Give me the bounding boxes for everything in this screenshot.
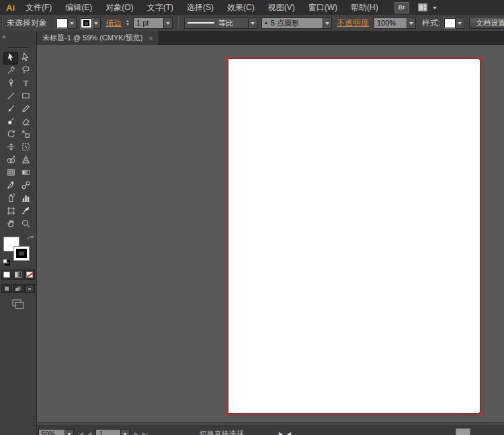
menu-item[interactable]: 窗口(W) — [302, 0, 344, 15]
color-type-buttons — [0, 270, 36, 280]
chevron-down-icon — [431, 3, 438, 13]
shape-builder-tool-button[interactable] — [3, 154, 18, 167]
menu-item[interactable]: 编辑(E) — [58, 0, 99, 15]
type-tool-button[interactable]: T — [18, 77, 33, 90]
panel-grip[interactable] — [1, 17, 3, 28]
stroke-color-dropdown[interactable] — [92, 17, 101, 29]
profile-dropdown[interactable] — [249, 17, 257, 29]
blend-tool-button[interactable] — [18, 180, 33, 192]
swap-fill-stroke-icon[interactable] — [27, 235, 34, 241]
toolbar-collapse-button[interactable]: « — [0, 31, 37, 45]
menu-item[interactable]: 对象(O) — [99, 0, 140, 15]
style-swatch[interactable] — [444, 18, 456, 28]
artboard-tool-button[interactable] — [3, 205, 18, 218]
menu-item[interactable]: 帮助(H) — [344, 0, 385, 15]
stroke-color-swatch[interactable] — [81, 18, 92, 28]
style-dropdown[interactable] — [456, 17, 464, 29]
zoom-level-input[interactable]: 59% — [38, 429, 65, 435]
stroke-width-input[interactable]: 1 pt — [133, 17, 164, 29]
draw-inside-icon — [26, 286, 33, 292]
bridge-icon[interactable]: Br — [394, 2, 409, 13]
none-button[interactable] — [24, 270, 35, 280]
document-tab[interactable]: 未标题-1 @ 59% (CMYK/预览) × — [37, 31, 159, 45]
scrollbar-thumb[interactable] — [456, 428, 470, 435]
line-segment-tool-button[interactable] — [3, 90, 18, 103]
stroke-width-dropdown[interactable] — [164, 17, 173, 29]
fill-color-dropdown[interactable] — [68, 17, 77, 29]
brush-dropdown[interactable] — [323, 17, 332, 29]
hand-tool-button[interactable] — [3, 218, 18, 231]
slice-tool-button[interactable] — [18, 205, 33, 218]
stroke-panel-link[interactable]: 描边 — [106, 17, 122, 29]
draw-behind-button[interactable] — [13, 284, 24, 293]
panel-drag-grip[interactable] — [9, 47, 28, 49]
menu-item[interactable]: 效果(C) — [220, 0, 261, 15]
menu-item[interactable]: 文字(T) — [140, 0, 180, 15]
menu-item[interactable]: 选择(S) — [180, 0, 220, 15]
perspective-grid-tool-icon — [21, 155, 31, 167]
rectangle-tool-button[interactable] — [18, 90, 33, 103]
drawing-mode-buttons — [0, 284, 36, 293]
free-transform-tool-icon — [21, 142, 31, 154]
workspace-switcher[interactable] — [416, 3, 438, 13]
color-button[interactable] — [1, 270, 12, 280]
draw-inside-button[interactable] — [24, 284, 35, 293]
artboard[interactable] — [228, 59, 480, 413]
menu-item[interactable]: 视图(V) — [261, 0, 302, 15]
eyedropper-tool-icon — [6, 180, 16, 192]
perspective-grid-tool-button[interactable] — [18, 154, 33, 167]
brush-select[interactable]: • 5 点圆形 — [261, 17, 323, 29]
illustrator-window: Ai 文件(F)编辑(E)对象(O)文字(T)选择(S)效果(C)视图(V)窗口… — [0, 0, 504, 435]
eyedropper-tool-button[interactable] — [3, 180, 18, 192]
zoom-tool-button[interactable] — [18, 218, 33, 231]
paintbrush-tool-button[interactable] — [3, 103, 18, 116]
screen-mode-button[interactable] — [0, 299, 36, 309]
mesh-tool-button[interactable] — [3, 167, 18, 180]
width-tool-icon — [6, 142, 16, 154]
column-graph-tool-button[interactable] — [18, 192, 33, 205]
stepper-down-icon: ▼ — [126, 23, 130, 26]
tool-grid: T — [0, 52, 36, 231]
first-artboard-button[interactable]: |◀ — [78, 431, 83, 435]
scroll-left-arrow[interactable]: ◀ — [287, 431, 291, 435]
opacity-dropdown[interactable] — [407, 17, 416, 29]
magic-wand-tool-button[interactable] — [3, 65, 18, 77]
fill-color-swatch[interactable] — [56, 18, 68, 28]
free-transform-tool-button[interactable] — [18, 141, 33, 154]
default-fill-stroke-icon[interactable] — [3, 259, 10, 266]
scale-tool-button[interactable] — [18, 128, 33, 141]
lasso-tool-icon — [21, 65, 31, 77]
scroll-right-arrow[interactable]: ▶ — [279, 431, 283, 435]
direct-selection-tool-button[interactable] — [18, 52, 33, 65]
stroke-proxy-swatch[interactable] — [13, 246, 30, 261]
selection-tool-icon — [6, 52, 16, 65]
rotate-tool-button[interactable] — [3, 128, 18, 141]
lasso-tool-button[interactable] — [18, 65, 33, 77]
blob-brush-tool-button[interactable] — [3, 116, 18, 128]
opacity-panel-link[interactable]: 不透明度 — [337, 17, 369, 29]
opacity-input[interactable]: 100% — [374, 17, 407, 29]
symbol-sprayer-tool-button[interactable] — [3, 192, 18, 205]
last-artboard-button[interactable]: ▶| — [142, 431, 148, 435]
draw-normal-button[interactable] — [1, 284, 12, 293]
stroke-width-stepper[interactable]: ▲▼ — [126, 19, 130, 26]
selection-tool-button[interactable] — [3, 52, 18, 65]
gradient-tool-button[interactable] — [18, 167, 33, 180]
artboard-dropdown[interactable] — [121, 429, 130, 435]
solid-color-icon — [3, 272, 10, 278]
rectangle-tool-icon — [21, 91, 31, 103]
width-tool-button[interactable] — [3, 141, 18, 154]
gradient-button[interactable] — [13, 270, 24, 280]
menu-item[interactable]: 文件(F) — [19, 0, 58, 15]
tab-close-icon[interactable]: × — [149, 34, 153, 42]
width-profile-select[interactable]: 等比 — [184, 17, 249, 29]
pen-tool-button[interactable] — [3, 77, 18, 90]
document-setup-button[interactable]: 文档设置 — [469, 17, 504, 29]
zoom-dropdown[interactable] — [65, 429, 74, 435]
eraser-tool-button[interactable] — [18, 116, 33, 128]
pencil-tool-button[interactable] — [18, 103, 33, 116]
draw-behind-icon — [15, 286, 22, 292]
previous-artboard-button[interactable]: ◀ — [87, 431, 91, 435]
artboard-number-input[interactable]: 1 — [95, 429, 121, 435]
next-artboard-button[interactable]: ▶ — [134, 431, 138, 435]
